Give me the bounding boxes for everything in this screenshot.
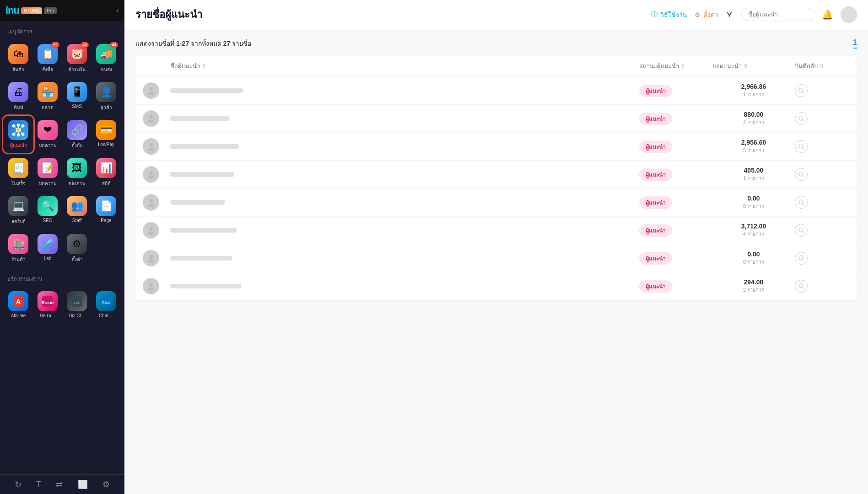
status-badge-2: ผู้แนะนำ <box>639 141 672 153</box>
row-amount-6: 0.00 0 รายการ <box>712 250 795 266</box>
review-icon: ❤ <box>38 120 58 140</box>
name-bar-6 <box>170 256 232 261</box>
status-badge-6: ผู้แนะนำ <box>639 252 672 265</box>
row-avatar-7 <box>143 278 170 294</box>
row-status-0: ผู้แนะนำ <box>639 85 712 97</box>
notification-bell-icon[interactable]: 🔔 <box>822 9 833 20</box>
refresh-icon[interactable]: ↻ <box>15 479 22 489</box>
row-note-1 <box>795 112 850 125</box>
sidebar-item-customer[interactable]: 👤 ลูกค้า <box>92 78 120 114</box>
staff-icon: 👥 <box>67 196 87 216</box>
payment-label: ชำระเงิน <box>68 66 86 73</box>
sidebar-item-stat[interactable]: 📊 สถิติ <box>92 154 120 190</box>
sidebar-item-lab[interactable]: 🧪 Lab <box>34 230 61 266</box>
name-bar-4 <box>170 200 225 205</box>
sidebar-item-page[interactable]: 📄 Page <box>92 192 120 228</box>
amount-value-2: 2,956.60 <box>712 139 795 146</box>
row-avatar-1 <box>143 110 170 127</box>
row-name-2 <box>170 144 639 149</box>
sidebar-item-order[interactable]: 📋 22 สั่งซื้อ <box>34 40 61 76</box>
sidebar-item-receipt[interactable]: 🧾 ใบเสร็จ <box>5 154 32 190</box>
sidebar-item-together[interactable]: 🔗 ตั้งกับ <box>63 116 91 152</box>
col-amount-header: ยอดแนะนำ ⇅ <box>712 61 795 71</box>
table-row: ผู้แนะนำ 2,966.86 1 รายการ <box>135 77 857 105</box>
shipping-icon: 🚚 49 <box>96 44 116 64</box>
sidebar-item-affiliate-main[interactable]: ผู้แนะนำ <box>5 116 32 152</box>
sidebar-item-review[interactable]: ❤ บทความ <box>34 116 61 152</box>
svg-point-50 <box>148 288 154 291</box>
sidebar-item-print[interactable]: 🖨 พิมพ์ <box>5 78 32 114</box>
gear-icon[interactable]: ⚙ <box>102 479 110 489</box>
row-name-0 <box>170 88 639 93</box>
help-button[interactable]: ⓘ วิธีใช้งาน <box>651 10 687 20</box>
shop-label: ร้านค้า <box>11 256 26 263</box>
row-amount-2: 2,956.60 5 รายการ <box>712 139 795 154</box>
collapse-button[interactable]: ‹ <box>117 6 119 15</box>
swap-icon[interactable]: ⇌ <box>56 479 63 489</box>
search-detail-icon-7[interactable] <box>795 280 808 293</box>
search-detail-icon-3[interactable] <box>795 168 808 181</box>
user-avatar[interactable] <box>841 6 857 23</box>
svg-point-30 <box>148 148 154 151</box>
row-status-6: ผู้แนะนำ <box>639 252 712 265</box>
sidebar-item-affiliate[interactable]: A Affiliate <box>5 288 32 322</box>
sidebar-item-payment[interactable]: 🐷 43 ชำระเงิน <box>63 40 91 76</box>
search-detail-icon-4[interactable] <box>795 196 808 209</box>
amount-value-1: 880.00 <box>712 111 795 118</box>
blog-icon: 📝 <box>38 158 58 178</box>
sidebar-item-product[interactable]: 🛍 สินค้า <box>5 40 32 76</box>
sidebar-item-staff[interactable]: 👥 Staff <box>63 192 91 228</box>
search-detail-icon-2[interactable] <box>795 140 808 153</box>
order-icon: 📋 22 <box>38 44 58 64</box>
sidebar-item-settings[interactable]: ⚙ ตั้งค่า <box>63 230 91 266</box>
search-detail-icon-0[interactable] <box>795 84 808 97</box>
sidebar-item-bizclass[interactable]: Biz Biz Cl... <box>63 288 91 322</box>
script-icon: 💻 <box>8 196 28 216</box>
col-status-sort-icon[interactable]: ⇅ <box>681 63 685 69</box>
pagination-number[interactable]: 1 <box>853 38 857 49</box>
main-content: รายชื่อผู้แนะนำ ⓘ วิธีใช้งาน ⚙ ตั้งค่า ⛛… <box>124 0 868 494</box>
sidebar-item-shop[interactable]: 🏬 ร้านค้า <box>5 230 32 266</box>
chat-icon: Chat <box>96 291 116 311</box>
service-section-label: บริการของร้าน <box>0 268 124 286</box>
col-amount-sort-icon[interactable]: ⇅ <box>744 63 748 69</box>
sidebar-item-lnwpay[interactable]: 💳 LnwPay <box>92 116 120 152</box>
customer-label: ลูกค้า <box>101 104 112 111</box>
sidebar-item-sms[interactable]: 📱 SMS <box>63 78 91 114</box>
payment-badge: 43 <box>81 42 89 48</box>
name-bar-0 <box>170 88 243 93</box>
settings-label-text: ตั้งค่า <box>703 10 718 20</box>
sidebar-item-gallery[interactable]: 🖼 คลังภาพ <box>63 154 91 190</box>
settings-button[interactable]: ⚙ ตั้งค่า <box>695 10 718 20</box>
search-detail-icon-5[interactable] <box>795 224 808 237</box>
svg-point-33 <box>149 171 153 175</box>
row-name-7 <box>170 284 639 288</box>
col-note-header: บันทึกลับ ⇅ <box>795 61 850 71</box>
print-icon: 🖨 <box>8 82 28 102</box>
col-status-label: สถานะผู้แนะนำ <box>639 61 679 71</box>
table-header: ชื่อผู้แนะนำ ⇅ สถานะผู้แนะนำ ⇅ ยอดแนะนำ … <box>135 56 857 77</box>
sidebar-item-chat[interactable]: Chat Chat ... <box>92 288 120 322</box>
sidebar-header: lnu STORE Pro ‹ <box>0 0 124 21</box>
search-detail-icon-6[interactable] <box>795 252 808 265</box>
fullscreen-icon[interactable]: ⬜ <box>78 479 88 489</box>
items-count-5: 4 รายการ <box>712 230 795 238</box>
filter-icon[interactable]: ⛛ <box>726 10 734 19</box>
search-detail-icon-1[interactable] <box>795 112 808 125</box>
brand-label: Be Br... <box>40 313 55 318</box>
sidebar-item-brand[interactable]: Brand Be Br... <box>34 288 61 322</box>
sidebar-item-market[interactable]: 🏪 ตลาด <box>34 78 61 114</box>
content-header: แสดงรายชื่อที่ 1-27 จากทั้งหมด 27 รายชื่… <box>135 38 857 49</box>
row-status-2: ผู้แนะนำ <box>639 141 712 153</box>
col-note-sort-icon[interactable]: ⇅ <box>819 63 824 69</box>
svg-text:A: A <box>16 298 21 305</box>
referrer-table: ชื่อผู้แนะนำ ⇅ สถานะผู้แนะนำ ⇅ ยอดแนะนำ … <box>135 56 857 300</box>
sidebar-item-blog[interactable]: 📝 บทความ <box>34 154 61 190</box>
search-input[interactable] <box>741 8 814 21</box>
col-name-sort-icon[interactable]: ⇅ <box>202 63 206 69</box>
sidebar-item-seo[interactable]: 🔍 SEO <box>34 192 61 228</box>
table-row: ผู้แนะนำ 0.00 0 รายการ <box>135 189 857 217</box>
sidebar-item-shipping[interactable]: 🚚 49 ขนส่ง <box>92 40 120 76</box>
sidebar-item-script[interactable]: 💻 สคริปต์ <box>5 192 32 228</box>
text-icon[interactable]: T <box>36 480 41 489</box>
